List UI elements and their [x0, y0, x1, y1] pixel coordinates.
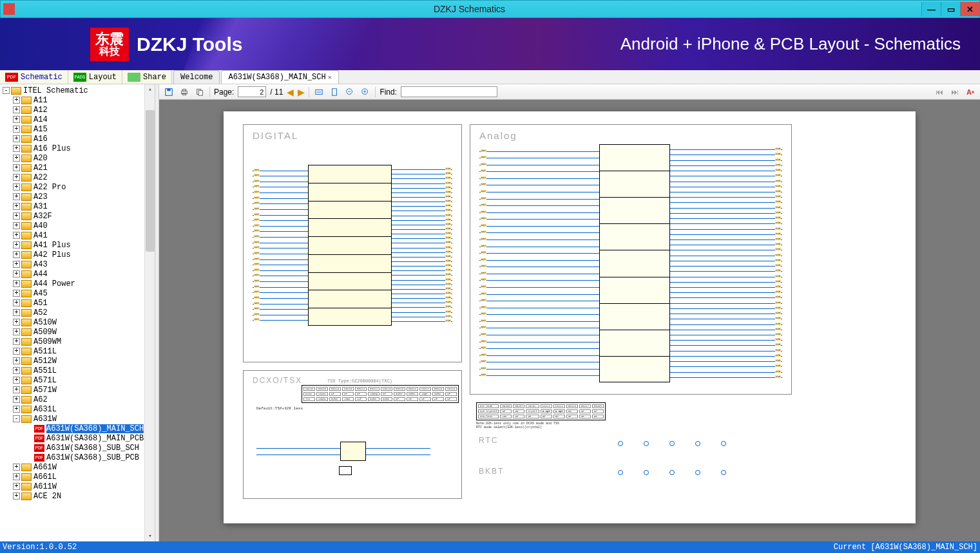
expand-icon[interactable]: +: [13, 299, 20, 306]
expand-icon[interactable]: +: [13, 328, 20, 335]
next-page-icon[interactable]: ▶: [298, 87, 305, 97]
tree-item[interactable]: +A44 Power: [0, 279, 155, 288]
tree-item[interactable]: +A510W: [0, 317, 155, 327]
zoom-in-icon[interactable]: [360, 86, 371, 98]
close-button[interactable]: ✕: [960, 2, 979, 16]
expand-icon[interactable]: +: [13, 290, 20, 297]
doc-tab-welcome[interactable]: Welcome: [173, 70, 220, 84]
expand-icon[interactable]: +: [13, 319, 20, 326]
collapse-icon[interactable]: -: [3, 87, 10, 94]
expand-icon[interactable]: +: [13, 155, 20, 162]
find-input[interactable]: [401, 86, 497, 97]
tree-item[interactable]: -ITEL Schematic: [0, 86, 155, 95]
print-icon[interactable]: [178, 86, 190, 98]
expand-icon[interactable]: +: [13, 135, 20, 142]
viewer-content[interactable]: DIGITAL /*wires drawn below*/ NETNETNETN…: [159, 100, 980, 541]
minimize-button[interactable]: —: [921, 2, 941, 16]
tab-share[interactable]: Share: [122, 70, 172, 84]
scroll-up-icon[interactable]: ▴: [145, 84, 155, 95]
doc-tab-schematic[interactable]: A631W(SA368)_MAIN_SCH ✕: [221, 70, 338, 84]
tree-item[interactable]: PDFA631W(SA368)_MAIN_PCB: [0, 433, 155, 443]
expand-icon[interactable]: +: [13, 116, 20, 123]
tree-item-selected[interactable]: PDFA631W(SA368)_MAIN_SCH: [0, 424, 155, 433]
tree-item[interactable]: +A31: [0, 202, 155, 211]
tree-scrollbar[interactable]: ▴ ▾: [144, 84, 155, 541]
tree-panel[interactable]: -ITEL Schematic+A11+A12+A14+A15+A16+A16 …: [0, 84, 155, 541]
tree-item[interactable]: +A44: [0, 269, 155, 279]
tree-item[interactable]: -A631W: [0, 414, 155, 424]
fit-width-icon[interactable]: [313, 86, 325, 98]
tree-item[interactable]: +A12: [0, 105, 155, 115]
tree-item[interactable]: +A661W: [0, 462, 155, 472]
expand-icon[interactable]: +: [13, 357, 20, 364]
expand-icon[interactable]: +: [13, 406, 20, 413]
tree-item[interactable]: +A611W: [0, 482, 155, 491]
tree-item[interactable]: +A511L: [0, 346, 155, 356]
expand-icon[interactable]: +: [13, 251, 20, 258]
page-input[interactable]: [238, 86, 266, 97]
expand-icon[interactable]: +: [13, 212, 20, 220]
tree-item[interactable]: +A512W: [0, 356, 155, 366]
tree-item[interactable]: +A62: [0, 395, 155, 404]
tree-item[interactable]: +A551L: [0, 366, 155, 375]
expand-icon[interactable]: +: [13, 222, 20, 229]
tree-item[interactable]: +A509W: [0, 327, 155, 337]
expand-icon[interactable]: +: [13, 241, 20, 248]
tree-item[interactable]: +A21: [0, 163, 155, 173]
expand-icon[interactable]: +: [13, 193, 20, 200]
tree-item[interactable]: +A14: [0, 115, 155, 124]
tree-item[interactable]: +A40: [0, 221, 155, 230]
expand-icon[interactable]: +: [13, 183, 20, 191]
tree-item[interactable]: PDFA631W(SA368)_SUB_PCB: [0, 453, 155, 462]
expand-icon[interactable]: +: [13, 280, 20, 287]
expand-icon[interactable]: +: [13, 309, 20, 316]
tree-item[interactable]: +A631L: [0, 404, 155, 414]
maximize-button[interactable]: ▭: [941, 2, 960, 16]
tree-item[interactable]: +A571L: [0, 375, 155, 385]
text-tool-icon[interactable]: Aa: [965, 86, 976, 98]
fit-page-icon[interactable]: [329, 86, 340, 98]
tree-item[interactable]: +A45: [0, 288, 155, 298]
tree-item[interactable]: +A15: [0, 124, 155, 134]
tree-item[interactable]: +A41 Plus: [0, 240, 155, 250]
expand-icon[interactable]: +: [13, 367, 20, 374]
tree-item[interactable]: +A43: [0, 259, 155, 269]
tree-item[interactable]: +A42 Plus: [0, 250, 155, 259]
tree-item[interactable]: +A22: [0, 173, 155, 182]
tree-item[interactable]: +A571W: [0, 385, 155, 395]
expand-icon[interactable]: +: [13, 386, 20, 393]
expand-icon[interactable]: +: [13, 348, 20, 355]
find-next-icon[interactable]: ⏭: [949, 86, 961, 98]
expand-icon[interactable]: +: [13, 396, 20, 403]
tree-item[interactable]: +A52: [0, 308, 155, 317]
tree-item[interactable]: +A661L: [0, 472, 155, 482]
tree-item[interactable]: +A22 Pro: [0, 182, 155, 192]
find-prev-icon[interactable]: ⏮: [934, 86, 945, 98]
expand-icon[interactable]: +: [13, 145, 20, 152]
prev-page-icon[interactable]: ◀: [287, 87, 294, 97]
expand-icon[interactable]: +: [13, 464, 20, 471]
expand-icon[interactable]: +: [13, 338, 20, 345]
tree-item[interactable]: +A11: [0, 95, 155, 105]
expand-icon[interactable]: +: [13, 232, 20, 239]
expand-icon[interactable]: +: [13, 203, 20, 210]
expand-icon[interactable]: +: [13, 492, 20, 500]
expand-icon[interactable]: +: [13, 97, 20, 104]
tab-layout[interactable]: PADS Layout: [68, 70, 122, 84]
expand-icon[interactable]: +: [13, 261, 20, 268]
tree-item[interactable]: +A509WM: [0, 337, 155, 346]
expand-icon[interactable]: +: [13, 164, 20, 171]
close-icon[interactable]: ✕: [328, 73, 332, 81]
scroll-down-icon[interactable]: ▾: [145, 531, 155, 541]
tree-item[interactable]: +A23: [0, 192, 155, 202]
tree-item[interactable]: +A51: [0, 298, 155, 308]
zoom-out-icon[interactable]: [344, 86, 356, 98]
copy-icon[interactable]: [194, 86, 206, 98]
tree-item[interactable]: +A41: [0, 230, 155, 240]
tree-item[interactable]: PDFA631W(SA368)_SUB_SCH: [0, 443, 155, 453]
scroll-thumb[interactable]: [146, 110, 155, 252]
expand-icon[interactable]: +: [13, 106, 20, 113]
expand-icon[interactable]: +: [13, 483, 20, 490]
tree-item[interactable]: +A32F: [0, 211, 155, 221]
expand-icon[interactable]: +: [13, 270, 20, 277]
